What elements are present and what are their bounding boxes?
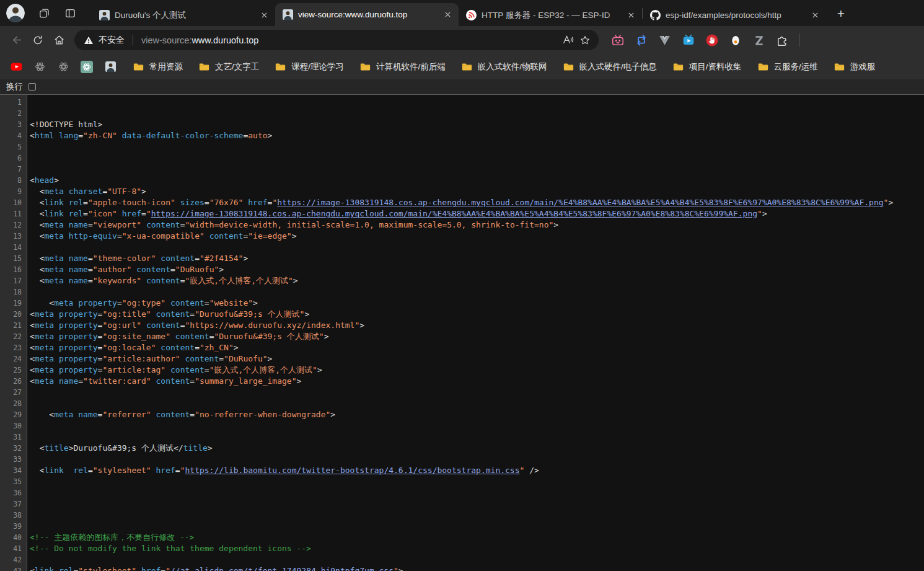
url-host: www.duruofu.top <box>191 35 258 45</box>
source-link[interactable]: //at.alicdn.com/t/font_1749284_hi9ntpfg7… <box>170 566 394 571</box>
tab-1[interactable]: Duruofu's 个人测试 <box>92 4 275 26</box>
line-number: 27 <box>0 387 27 398</box>
line-number: 39 <box>0 521 27 532</box>
source-line: 17 <meta name="keywords" content="嵌入式,个人… <box>0 275 924 286</box>
bookmarks-bar: 常用资源文艺/文字工课程/理论学习计算机软件/前后端嵌入式软件/物联网嵌入式硬件… <box>0 54 924 79</box>
line-number: 29 <box>0 409 27 420</box>
bookmark-folder[interactable]: 游戏服 <box>826 58 884 76</box>
line-number: 40 <box>0 532 27 543</box>
line-number: 6 <box>0 153 27 164</box>
line-number: 23 <box>0 342 27 353</box>
source-line: 38 <box>0 510 924 521</box>
source-line: 36 <box>0 487 924 498</box>
line-number: 42 <box>0 554 27 565</box>
line-content <box>27 286 924 298</box>
line-wrap-checkbox[interactable] <box>29 83 36 91</box>
bookmark-folder[interactable]: 嵌入式硬件/电子信息 <box>555 58 665 76</box>
source-link[interactable]: https://image-1308319148.cos.ap-chengdu.… <box>277 198 883 207</box>
line-content: <meta name="keywords" content="嵌入式,个人博客,… <box>27 275 924 286</box>
source-link[interactable]: https://image-1308319148.cos.ap-chengdu.… <box>151 209 757 218</box>
tab-2[interactable]: view-source:www.duruofu.top <box>275 3 459 26</box>
bookmark-folder-label: 项目/资料收集 <box>689 61 742 73</box>
refresh-icon[interactable] <box>27 30 48 51</box>
repost-arrows-icon[interactable] <box>633 32 649 48</box>
line-content: <meta property="article:tag" content="嵌入… <box>27 365 924 376</box>
line-number: 16 <box>0 264 27 275</box>
new-tab-button[interactable]: + <box>831 4 851 24</box>
line-content <box>27 153 924 164</box>
bookmark-folder[interactable]: 项目/资料收集 <box>665 58 750 76</box>
source-code-area: 123<!DOCTYPE html>4<html lang="zh-CN" da… <box>0 95 924 571</box>
folder-icon <box>673 62 684 71</box>
line-number: 4 <box>0 130 27 141</box>
bookmark-openai-icon[interactable] <box>31 58 48 76</box>
bookmark-folder[interactable]: 文艺/文字工 <box>191 58 267 76</box>
line-content: <html lang="zh-CN" data-default-color-sc… <box>27 130 924 141</box>
extensions-puzzle-icon[interactable] <box>775 32 790 48</box>
source-line: 2 <box>0 108 924 119</box>
github-favicon-icon <box>650 10 661 20</box>
bookmark-folder[interactable]: 云服务/运维 <box>750 58 826 76</box>
bookmark-folder[interactable]: 常用资源 <box>125 58 191 76</box>
profile-avatar[interactable] <box>6 4 25 22</box>
tab-bar: Duruofu's 个人测试view-source:www.duruofu.to… <box>0 0 924 26</box>
source-line: 20<meta property="og:title" content="Dur… <box>0 309 924 320</box>
line-content <box>27 487 924 498</box>
blocker-hand-icon[interactable] <box>704 32 719 48</box>
source-line: 31 <box>0 432 924 443</box>
bilibili-blue-tv-icon[interactable] <box>680 32 696 48</box>
line-content <box>27 108 924 119</box>
read-aloud-icon[interactable] <box>559 32 576 49</box>
line-number: 2 <box>0 108 27 119</box>
warning-icon <box>84 35 94 45</box>
source-line: 24<meta property="article:author" conten… <box>0 353 924 365</box>
bilibili-pink-tv-icon[interactable] <box>610 32 625 48</box>
bookmark-avatar-icon[interactable] <box>102 58 119 76</box>
source-line: 28 <box>0 398 924 409</box>
egg-proxy-icon[interactable] <box>728 32 743 48</box>
bookmark-openai-icon[interactable] <box>55 58 72 76</box>
line-number: 1 <box>0 97 27 108</box>
tab-close-icon[interactable] <box>258 9 270 22</box>
source-line: 21<meta property="og:url" content="https… <box>0 320 924 331</box>
bookmark-folder[interactable]: 计算机软件/前后端 <box>352 58 454 76</box>
source-line: 5 <box>0 141 924 153</box>
address-bar[interactable]: 不安全 view-source:www.duruofu.top <box>74 30 599 50</box>
line-wrap-label: 换行 <box>6 81 23 92</box>
source-link[interactable]: https://lib.baomitu.com/twitter-bootstra… <box>185 466 519 475</box>
bookmark-openai-teal-icon[interactable] <box>78 58 95 76</box>
workspaces-icon[interactable] <box>33 2 55 24</box>
tab-close-icon[interactable] <box>625 9 637 22</box>
line-content: <meta name="viewport" content="width=dev… <box>27 219 924 231</box>
home-icon[interactable] <box>48 30 69 51</box>
tab-4[interactable]: esp-idf/examples/protocols/http <box>643 4 826 26</box>
source-line: 4<html lang="zh-CN" data-default-color-s… <box>0 130 924 141</box>
toolbar: 不安全 view-source:www.duruofu.top <box>0 26 924 54</box>
source-line: 26<meta name="twitter:card" content="sum… <box>0 376 924 387</box>
bookmark-folder[interactable]: 嵌入式软件/物联网 <box>454 58 555 76</box>
tab-close-icon[interactable] <box>809 9 821 22</box>
vue-devtools-icon[interactable] <box>657 32 672 48</box>
line-content: <meta property="og:type" content="websit… <box>27 298 924 309</box>
line-content: <meta http-equiv="x-ua-compatible" conte… <box>27 231 924 242</box>
line-content: <!-- 主题依赖的图标库，不要自行修改 --> <box>27 532 924 543</box>
back-icon[interactable] <box>6 30 27 51</box>
tab-actions-icon[interactable] <box>59 2 81 24</box>
source-line: 12 <meta name="viewport" content="width=… <box>0 219 924 231</box>
line-number: 5 <box>0 141 27 153</box>
line-number: 31 <box>0 432 27 443</box>
toolbar-divider <box>799 33 799 47</box>
tab-title: esp-idf/examples/protocols/http <box>666 11 804 20</box>
url-text[interactable]: view-source:www.duruofu.top <box>141 35 559 45</box>
favorite-star-icon[interactable] <box>576 32 594 49</box>
line-content: <link rel="apple-touch-icon" sizes="76x7… <box>27 197 924 208</box>
tab-3[interactable]: HTTP 服务器 - ESP32 - — ESP-ID <box>459 4 642 26</box>
line-number: 14 <box>0 242 27 253</box>
bookmark-folder[interactable]: 课程/理论学习 <box>267 58 352 76</box>
zotero-icon[interactable] <box>751 32 767 48</box>
security-label[interactable]: 不安全 <box>99 35 125 46</box>
source-line: 8<head> <box>0 175 924 186</box>
bookmark-youtube-icon[interactable] <box>7 58 25 76</box>
tab-close-icon[interactable] <box>441 9 454 21</box>
tab-title: view-source:www.duruofu.top <box>298 10 436 19</box>
